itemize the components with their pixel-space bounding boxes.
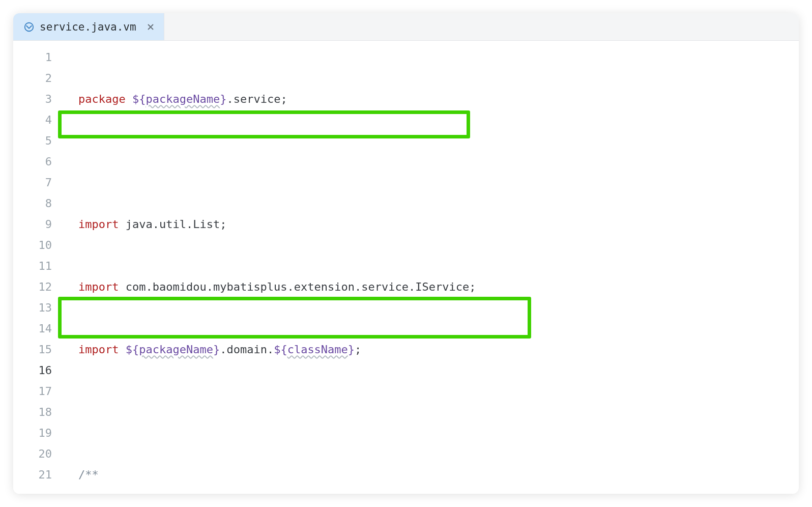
line-number: 1	[13, 47, 52, 68]
close-icon[interactable]	[147, 23, 155, 31]
code-line[interactable]	[64, 151, 799, 172]
line-number: 19	[13, 422, 52, 443]
line-number: 10	[13, 235, 52, 256]
line-number: 5	[13, 130, 52, 151]
line-number: 9	[13, 214, 52, 235]
line-number: 3	[13, 89, 52, 109]
line-number-gutter: 1 2 3 4 5 6 7 8 9 10 11 12 13 14 15 16 1…	[13, 41, 64, 494]
line-number: 13	[13, 297, 52, 318]
line-number: 6	[13, 151, 52, 172]
code-line[interactable]: package ${packageName}.service;	[64, 89, 799, 109]
svg-point-0	[25, 22, 34, 31]
line-number: 21	[13, 464, 52, 485]
line-number: 7	[13, 172, 52, 193]
line-number: 8	[13, 193, 52, 214]
line-number: 12	[13, 276, 52, 297]
code-line[interactable]: import ${packageName}.domain.${className…	[64, 339, 799, 360]
line-number: 20	[13, 443, 52, 464]
code-line[interactable]	[64, 402, 799, 422]
tab-service-java-vm[interactable]: service.java.vm	[13, 13, 164, 40]
code-line[interactable]: import java.util.List;	[64, 214, 799, 235]
velocity-file-icon	[23, 21, 35, 33]
code-content[interactable]: package ${packageName}.service; import j…	[64, 41, 799, 494]
code-editor[interactable]: 1 2 3 4 5 6 7 8 9 10 11 12 13 14 15 16 1…	[13, 41, 799, 494]
code-line[interactable]: /**	[64, 464, 799, 485]
code-line[interactable]: import com.baomidou.mybatisplus.extensio…	[64, 276, 799, 297]
line-number: 11	[13, 256, 52, 276]
line-number: 2	[13, 68, 52, 89]
line-number: 4	[13, 109, 52, 130]
line-number: 17	[13, 381, 52, 402]
line-number: 14	[13, 318, 52, 339]
editor-window: service.java.vm 1 2 3 4 5 6 7 8 9 10 11 …	[13, 13, 799, 494]
line-number: 15	[13, 339, 52, 360]
tab-label: service.java.vm	[40, 21, 136, 33]
line-number: 18	[13, 402, 52, 422]
tab-bar: service.java.vm	[13, 13, 799, 41]
line-number: 16	[13, 360, 52, 381]
